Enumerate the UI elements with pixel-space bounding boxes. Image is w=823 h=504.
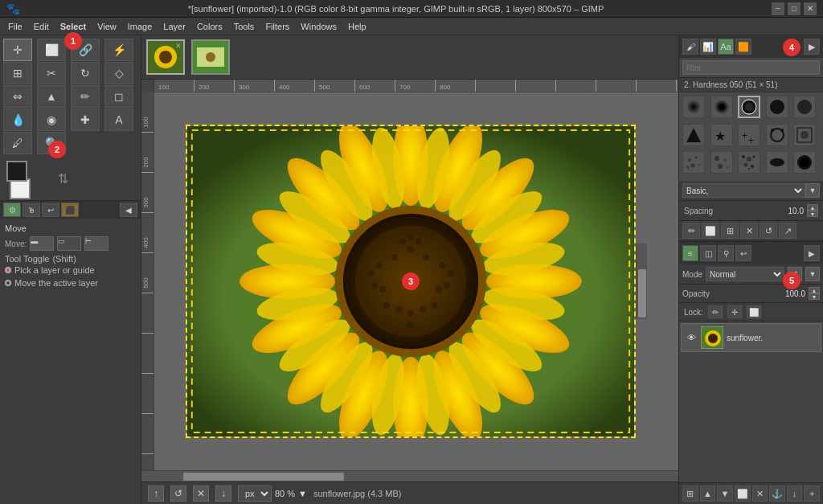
layer-mode-options[interactable]: ▼ — [805, 267, 820, 281]
tool-pencil[interactable]: ✏ — [71, 85, 100, 108]
tab-paths[interactable]: ⚲ — [718, 245, 734, 261]
layer-mode-reset[interactable]: ↺ — [788, 267, 802, 281]
tool-dodge[interactable]: ◉ — [37, 109, 66, 131]
brush-item-8[interactable]: + + — [738, 124, 760, 146]
layer-mode-select[interactable]: Normal — [706, 267, 784, 281]
tab-brush-preset[interactable]: Aa — [718, 39, 734, 55]
brush-preset-dropdown[interactable]: Basic, — [682, 183, 805, 198]
menu-filters[interactable]: Filters — [260, 20, 294, 33]
foreground-color[interactable] — [6, 161, 27, 182]
brush-edit-btn[interactable]: ✏ — [682, 223, 700, 239]
option-pick-layer[interactable]: Pick a layer or guide — [5, 265, 136, 275]
menu-file[interactable]: File — [3, 20, 27, 33]
tool-text[interactable]: A — [104, 109, 133, 131]
tool-align[interactable]: ⊞ — [3, 62, 32, 84]
brush-item-2[interactable] — [710, 96, 733, 118]
status-delete-btn[interactable]: ✕ — [193, 486, 209, 502]
window-controls[interactable]: − □ ✕ — [772, 2, 817, 15]
layer-duplicate[interactable]: ⬜ — [735, 486, 751, 502]
collapse-brush-panel[interactable]: ▶ — [804, 39, 820, 55]
tool-move[interactable]: ✛ — [3, 39, 32, 61]
menu-edit[interactable]: Edit — [29, 20, 54, 33]
tab-undo[interactable]: ↩ — [735, 245, 751, 261]
brush-item-7[interactable]: ★ — [710, 124, 733, 146]
zoom-unit-select[interactable]: px — [238, 486, 272, 502]
layer-move-down[interactable]: ▼ — [717, 486, 733, 502]
brush-item-6[interactable] — [682, 124, 705, 146]
image-thumb-2[interactable] — [191, 39, 230, 75]
brush-item-10[interactable] — [793, 124, 816, 146]
canvas-container[interactable]: 3 — [154, 92, 678, 470]
lock-alpha[interactable]: ⬜ — [747, 305, 761, 318]
brush-preset-menu[interactable]: ▼ — [805, 183, 820, 198]
brush-item-5[interactable] — [793, 96, 816, 118]
menu-tools[interactable]: Tools — [229, 20, 260, 33]
brush-export-btn[interactable]: ↗ — [779, 223, 796, 239]
brush-delete-btn[interactable]: ✕ — [740, 223, 758, 239]
layer-add[interactable]: + — [804, 486, 820, 502]
spacing-up[interactable]: ▲ — [807, 204, 818, 211]
status-export-btn[interactable]: ↑ — [148, 486, 164, 502]
brush-item-4[interactable] — [766, 96, 788, 118]
menu-layer[interactable]: Layer — [158, 20, 190, 33]
status-restore-btn[interactable]: ↺ — [170, 486, 186, 502]
brush-copy-btn[interactable]: ⬜ — [702, 223, 719, 239]
tool-perspective[interactable]: ◇ — [104, 62, 133, 84]
layer-merge[interactable]: ↓ — [787, 486, 803, 502]
tab-undo-history[interactable]: ↩ — [42, 203, 59, 217]
close-image-1[interactable]: ✕ — [175, 42, 182, 50]
menu-image[interactable]: Image — [123, 20, 158, 33]
option-move-layer[interactable]: Move the active layer — [5, 278, 136, 288]
tab-channels[interactable]: ◫ — [700, 245, 716, 261]
opacity-down[interactable]: ▼ — [809, 293, 820, 300]
status-script-btn[interactable]: ↓ — [215, 486, 231, 502]
tab-layers[interactable]: ≡ — [682, 245, 698, 261]
brush-item-9[interactable] — [766, 124, 788, 146]
spacing-down[interactable]: ▼ — [807, 211, 818, 217]
collapse-layers-panel[interactable]: ▶ — [804, 245, 820, 261]
tool-crop[interactable]: ✂ — [37, 62, 66, 84]
layer-new-from-visible[interactable]: ⊞ — [682, 486, 698, 502]
brush-item-13[interactable] — [738, 151, 760, 174]
brush-item-14[interactable] — [766, 151, 788, 174]
image-thumb-1[interactable]: ✕ — [146, 39, 185, 75]
move-layer-btn[interactable]: ▬ — [30, 236, 54, 251]
menu-view[interactable]: View — [92, 20, 121, 33]
tool-rect-select[interactable]: ⬜ — [37, 39, 66, 61]
tab-device-status[interactable]: 🖱 — [23, 203, 40, 217]
tool-fuzzy-select[interactable]: ⚡ — [104, 39, 133, 61]
tool-flip[interactable]: ⇔ — [3, 85, 32, 108]
menu-help[interactable]: Help — [343, 20, 371, 33]
tool-erase[interactable]: ◻ — [104, 85, 133, 108]
brush-item-1[interactable] — [682, 96, 705, 118]
tab-brush-tool[interactable]: 🖌 — [682, 39, 698, 55]
layer-visibility-toggle[interactable]: 👁 — [685, 331, 698, 344]
maximize-button[interactable]: □ — [788, 2, 800, 15]
tab-tool-options[interactable]: ⚙ — [3, 203, 21, 217]
brush-item-12[interactable] — [710, 151, 733, 174]
swap-colors[interactable]: ⇅ — [58, 171, 68, 186]
hscrollbar-thumb[interactable] — [183, 473, 344, 481]
menu-colors[interactable]: Colors — [192, 20, 227, 33]
brush-item-3[interactable] — [738, 96, 760, 118]
tab-brush-pattern[interactable]: 🟧 — [735, 39, 751, 55]
tool-color-picker[interactable]: 🖊 — [3, 132, 32, 154]
tab-brush-dynamics[interactable]: 📊 — [700, 39, 716, 55]
tool-paint-bucket[interactable]: ▲ — [37, 85, 66, 108]
layer-move-up[interactable]: ▲ — [700, 486, 716, 502]
collapse-tool-panel[interactable]: ◀ — [120, 203, 137, 217]
menu-select[interactable]: Select — [55, 20, 91, 33]
layer-delete[interactable]: ✕ — [752, 486, 768, 502]
move-selection-btn[interactable]: ▭ — [57, 236, 81, 251]
move-path-btn[interactable]: ⊢ — [84, 236, 109, 251]
brush-paste-btn[interactable]: ⊞ — [721, 223, 739, 239]
tool-heal[interactable]: ✚ — [71, 109, 100, 131]
lock-position[interactable]: ✛ — [727, 305, 742, 318]
menu-windows[interactable]: Windows — [296, 20, 342, 33]
layer-row-sunflower[interactable]: 👁 sunflower. — [681, 323, 821, 352]
vscrollbar-thumb[interactable] — [638, 269, 646, 318]
tab-tool-preset[interactable]: ⬛ — [61, 203, 79, 217]
brush-item-11[interactable] — [682, 151, 705, 174]
brush-item-15[interactable] — [793, 151, 816, 174]
zoom-dropdown-arrow[interactable]: ▼ — [298, 489, 307, 498]
